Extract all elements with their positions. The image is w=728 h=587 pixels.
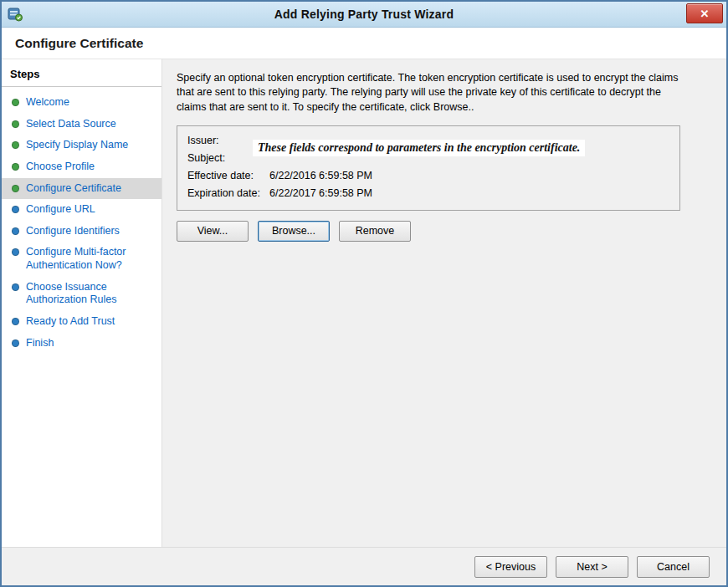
step-item[interactable]: Configure Certificate — [2, 178, 161, 200]
view-button[interactable]: View... — [177, 221, 249, 242]
step-status-icon — [12, 227, 19, 235]
step-label: Configure Certificate — [26, 182, 121, 196]
steps-heading: Steps — [2, 59, 161, 87]
step-item[interactable]: Select Data Source — [2, 114, 161, 135]
step-label: Specify Display Name — [26, 139, 128, 152]
step-label: Ready to Add Trust — [26, 315, 115, 329]
certificate-actions: View... Browse... Remove — [177, 221, 710, 242]
step-label: Choose Profile — [26, 161, 95, 174]
certificate-field-label: Expiration date: — [187, 188, 269, 200]
step-item[interactable]: Choose Issuance Authorization Rules — [2, 277, 161, 311]
step-status-icon — [12, 339, 19, 347]
annotation-note: These fields correspond to parameters in… — [253, 140, 585, 156]
step-status-icon — [12, 141, 19, 149]
step-item[interactable]: Configure URL — [2, 199, 161, 221]
step-status-icon — [12, 283, 19, 291]
page-header: Configure Certificate — [2, 28, 726, 59]
step-item[interactable]: Ready to Add Trust — [2, 311, 161, 333]
certificate-field-value: 6/22/2017 6:59:58 PM — [269, 188, 671, 200]
previous-button[interactable]: < Previous — [474, 556, 547, 578]
step-item[interactable]: Specify Display Name — [2, 135, 161, 156]
step-item[interactable]: Choose Profile — [2, 156, 161, 178]
certificate-field-row: Effective date: 6/22/2016 6:59:58 PM — [187, 167, 671, 185]
step-label: Welcome — [26, 96, 69, 110]
remove-button[interactable]: Remove — [339, 221, 411, 242]
certificate-field-value: 6/22/2016 6:59:58 PM — [269, 171, 671, 182]
wizard-window: Add Relying Party Trust Wizard ✕ Configu… — [0, 0, 728, 587]
step-item[interactable]: Welcome — [2, 92, 161, 114]
step-label: Select Data Source — [26, 118, 116, 131]
step-item[interactable]: Configure Identifiers — [2, 221, 161, 242]
step-label: Choose Issuance Authorization Rules — [26, 281, 151, 307]
next-button[interactable]: Next > — [556, 556, 628, 578]
step-status-icon — [12, 99, 19, 106]
step-label: Configure Multi-factor Authentication No… — [26, 246, 151, 272]
certificate-field-label: Effective date: — [187, 171, 269, 182]
step-label: Configure Identifiers — [26, 225, 120, 238]
wizard-icon — [8, 7, 23, 22]
steps-sidebar: Steps Welcome Select Data Source — [2, 59, 162, 547]
step-label: Configure URL — [26, 203, 95, 217]
title-bar[interactable]: Add Relying Party Trust Wizard ✕ — [2, 2, 726, 28]
step-status-icon — [12, 120, 19, 128]
certificate-field-row: Expiration date: 6/22/2017 6:59:58 PM — [187, 185, 671, 202]
step-status-icon — [12, 163, 19, 171]
cancel-button[interactable]: Cancel — [637, 556, 710, 578]
main-content: Specify an optional token encryption cer… — [162, 59, 726, 547]
step-status-icon — [12, 248, 19, 256]
step-status-icon — [12, 318, 19, 325]
steps-list: Welcome Select Data Source Specify Displ… — [2, 92, 161, 354]
close-button[interactable]: ✕ — [686, 3, 723, 23]
browse-button[interactable]: Browse... — [258, 221, 330, 242]
certificate-details-box: Issuer: Subject: Effective date: 6/22/20… — [177, 125, 680, 211]
step-status-icon — [12, 206, 19, 213]
window-title: Add Relying Party Trust Wizard — [2, 8, 726, 21]
step-label: Finish — [26, 337, 54, 350]
step-item[interactable]: Finish — [2, 333, 161, 355]
step-status-icon — [12, 185, 19, 192]
footer-bar: < Previous Next > Cancel — [2, 547, 726, 585]
instruction-text: Specify an optional token encryption cer… — [177, 71, 682, 115]
step-item[interactable]: Configure Multi-factor Authentication No… — [2, 242, 161, 276]
wizard-body: Steps Welcome Select Data Source — [2, 59, 726, 547]
page-title: Configure Certificate — [15, 36, 143, 51]
